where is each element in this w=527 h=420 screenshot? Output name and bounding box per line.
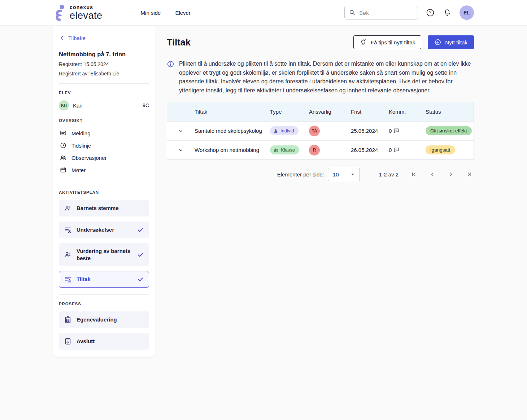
prosess-card-avslutt[interactable]: Avslutt	[59, 333, 149, 350]
case-sidebar: Tilbake Nettmobbing på 7. trinn Registre…	[53, 26, 155, 357]
comment-count-value: 0	[389, 128, 392, 134]
prosess-card-label: Egenevaluering	[77, 316, 144, 323]
notifications-bell-button[interactable]	[443, 8, 452, 17]
student-name: Kari	[73, 102, 83, 109]
section-label-prosess: PROSESS	[59, 302, 149, 306]
nav-elever[interactable]: Elever	[175, 10, 191, 16]
prosess-card-egenevaluering[interactable]: Egenevaluering	[59, 311, 149, 328]
user-avatar[interactable]: EL	[460, 5, 474, 20]
plan-card-label: Tiltak	[77, 276, 132, 283]
column-header-status: Status	[426, 109, 474, 115]
pagination-range: 1-2 av 2	[379, 171, 398, 178]
menu-label: Møter	[71, 167, 86, 173]
frist-date: 25.05.2024	[351, 128, 389, 134]
clipboard-icon	[64, 316, 72, 324]
plan-card-undersokelser[interactable]: Undersøkelser	[59, 222, 149, 238]
back-link[interactable]: Tilbake	[59, 35, 86, 41]
search-box[interactable]	[344, 6, 418, 19]
menu-label: Tidslinje	[71, 143, 91, 149]
people-icon	[60, 154, 67, 161]
prosess-cards: Egenevaluering Avslutt	[59, 311, 149, 350]
first-page-button[interactable]	[409, 170, 419, 179]
logo-text-conexus: conexus	[70, 5, 103, 10]
pagination: Elementer per side: 10 1-2 av 2	[167, 168, 474, 181]
plan-card-tiltak[interactable]: Tiltak	[59, 271, 149, 288]
tips-button-label: Få tips til nytt tiltak	[371, 39, 415, 45]
page-size-select[interactable]: 10	[328, 168, 360, 181]
student-avatar: KH	[59, 100, 69, 110]
calendar-icon	[60, 166, 67, 174]
aktivitetsplan-cards: Barnets stemme Undersøkelser	[59, 200, 149, 288]
list-icon	[64, 275, 72, 283]
sidebar-item-observasjoner[interactable]: Observasjoner	[59, 152, 149, 164]
search-input[interactable]	[359, 10, 414, 16]
column-header-tiltak: Tiltak	[195, 109, 270, 115]
plan-card-vurdering[interactable]: Vurdering av barnets beste	[59, 243, 149, 266]
list-icon	[64, 226, 72, 234]
column-header-frist: Frist	[351, 109, 389, 115]
divider	[59, 83, 149, 84]
tiltak-title: Workshop om nettmobbing	[195, 147, 270, 153]
section-label-aktivitetsplan: AKTIVITETSPLAN	[59, 190, 149, 194]
top-nav: Min side Elever	[141, 10, 191, 16]
section-label-oversikt: OVERSIKT	[59, 118, 149, 123]
per-page-label: Elementer per side:	[277, 171, 324, 178]
tips-button[interactable]: Få tips til nytt tiltak	[353, 35, 421, 49]
divider	[59, 294, 149, 295]
svg-text:?: ?	[429, 10, 432, 15]
student-class: 9C	[143, 102, 149, 108]
logo-text-elevate: elevate	[70, 11, 103, 21]
column-header-ansvarlig: Ansvarlig	[309, 109, 351, 115]
clock-icon	[60, 142, 67, 149]
checkmark-icon	[137, 226, 144, 233]
comment-icon	[393, 147, 400, 153]
sidebar-item-moter[interactable]: Møter	[59, 164, 149, 176]
table-row[interactable]: Samtale med skolepsykolog Individ TA 25.…	[167, 121, 474, 140]
comment-icon	[393, 128, 400, 134]
caret-down-icon	[349, 171, 356, 178]
info-icon	[167, 60, 174, 95]
main-content: Tiltak Få tips til nytt tiltak	[155, 26, 474, 203]
chevron-left-icon	[59, 35, 65, 41]
table-row[interactable]: Workshop om nettmobbing Klasse R 26.05.2…	[167, 140, 474, 159]
page-title: Tiltak	[167, 37, 191, 48]
type-badge-label: Individ	[280, 128, 294, 134]
student-row[interactable]: KH Kari 9C	[59, 100, 149, 110]
search-icon	[349, 9, 356, 16]
info-banner: Plikten til å undersøke og plikten til å…	[167, 60, 474, 95]
top-bar: conexus elevate Min side Elever ?	[0, 0, 527, 26]
case-registered-by: Registrert av: Elisabeth Lie	[59, 71, 149, 76]
previous-page-button[interactable]	[428, 170, 437, 179]
status-badge: Igangsatt	[426, 145, 455, 154]
plan-card-label: Barnets stemme	[77, 205, 144, 212]
plan-card-barnets-stemme[interactable]: Barnets stemme	[59, 200, 149, 216]
help-button[interactable]: ?	[426, 8, 435, 17]
type-badge: Individ	[270, 126, 299, 135]
last-page-button[interactable]	[465, 170, 474, 179]
expand-row-button[interactable]	[167, 147, 195, 153]
new-tiltak-button[interactable]: Nytt tiltak	[428, 35, 474, 49]
ansvarlig-avatar: TA	[309, 126, 320, 136]
pager-controls	[409, 170, 474, 179]
comment-count-value: 0	[389, 147, 392, 153]
logo-person-icon	[53, 4, 66, 21]
type-badge: Klasse	[270, 145, 299, 154]
message-icon	[60, 130, 67, 137]
plan-card-label: Undersøkelser	[77, 226, 132, 233]
column-header-komm: Komm.	[389, 109, 426, 115]
person-voice-icon	[64, 204, 72, 212]
sidebar-item-tidslinje[interactable]: Tidslinje	[59, 139, 149, 152]
next-page-button[interactable]	[446, 170, 456, 179]
sidebar-item-melding[interactable]: Melding	[59, 127, 149, 139]
divider	[59, 183, 149, 183]
table-header-row: Tiltak Type Ansvarlig Frist Komm. Status	[167, 102, 474, 121]
status-badge: Gitt ønsket effekt	[426, 126, 472, 135]
frist-date: 26.05.2024	[351, 147, 389, 153]
comment-count: 0	[389, 128, 426, 134]
nav-min-side[interactable]: Min side	[141, 10, 161, 16]
app-logo[interactable]: conexus elevate	[53, 4, 103, 21]
lightbulb-icon	[360, 39, 367, 46]
case-title: Nettmobbing på 7. trinn	[59, 51, 149, 58]
expand-row-button[interactable]	[167, 128, 195, 134]
person-voice-icon	[64, 251, 72, 259]
